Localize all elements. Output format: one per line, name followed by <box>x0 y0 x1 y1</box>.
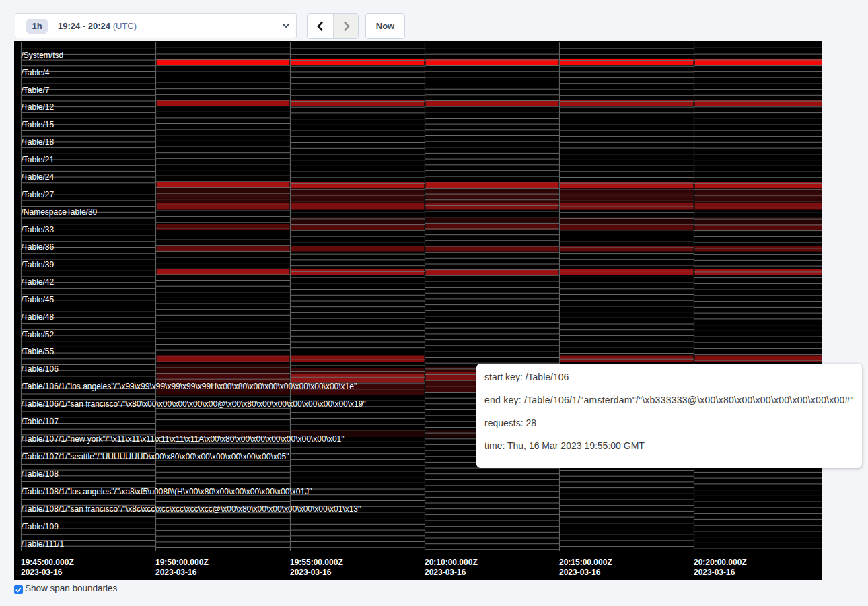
svg-text:20:10:00.000Z: 20:10:00.000Z <box>425 558 478 567</box>
svg-text:/Table/109: /Table/109 <box>22 522 59 531</box>
svg-text:/System/tsd: /System/tsd <box>22 50 64 60</box>
svg-text:/Table/24: /Table/24 <box>22 172 55 182</box>
svg-text:2023-03-16: 2023-03-16 <box>155 568 197 577</box>
svg-text:/Table/52: /Table/52 <box>22 330 55 339</box>
svg-text:2023-03-16: 2023-03-16 <box>21 568 63 577</box>
svg-text:/Table/4: /Table/4 <box>22 68 50 77</box>
svg-text:/Table/55: /Table/55 <box>22 347 55 356</box>
svg-text:20:15:00.000Z: 20:15:00.000Z <box>559 558 612 567</box>
svg-text:/Table/106/1/"san francisco"/": /Table/106/1/"san francisco"/"\x80\x00\x… <box>22 399 366 409</box>
svg-text:2023-03-16: 2023-03-16 <box>559 568 601 577</box>
svg-text:/Table/15: /Table/15 <box>22 120 55 129</box>
svg-text:20:20:00.000Z: 20:20:00.000Z <box>694 558 747 567</box>
svg-text:/Table/18: /Table/18 <box>22 137 55 147</box>
svg-text:/Table/45: /Table/45 <box>22 295 55 304</box>
svg-text:/Table/107/1/"new york"/"\x11\: /Table/107/1/"new york"/"\x11\x11\x11\x1… <box>22 434 345 444</box>
svg-text:/Table/12: /Table/12 <box>22 102 55 112</box>
svg-text:/NamespaceTable/30: /NamespaceTable/30 <box>22 207 98 217</box>
svg-text:/Table/27: /Table/27 <box>22 190 55 199</box>
svg-text:/Table/108: /Table/108 <box>22 469 59 479</box>
svg-text:/Table/108/1/"san francisco"/": /Table/108/1/"san francisco"/"\x8c\xcc\x… <box>22 504 361 514</box>
svg-text:/Table/21: /Table/21 <box>22 155 55 164</box>
svg-text:/Table/107: /Table/107 <box>22 417 59 426</box>
svg-text:2023-03-16: 2023-03-16 <box>425 568 466 577</box>
svg-text:2023-03-16: 2023-03-16 <box>694 568 735 577</box>
svg-text:19:50:00.000Z: 19:50:00.000Z <box>155 558 209 567</box>
svg-text:/Table/7: /Table/7 <box>22 86 50 95</box>
svg-text:19:45:00.000Z: 19:45:00.000Z <box>21 558 74 567</box>
svg-text:2023-03-16: 2023-03-16 <box>290 568 332 577</box>
svg-text:/Table/106: /Table/106 <box>22 364 59 374</box>
svg-text:/Table/107/1/"seattle"/"UUUUUU: /Table/107/1/"seattle"/"UUUUUUUD\x00\x80… <box>22 452 289 461</box>
svg-text:/Table/111/1: /Table/111/1 <box>22 539 65 549</box>
svg-text:/Table/48: /Table/48 <box>22 312 55 322</box>
svg-text:/Table/39: /Table/39 <box>22 260 55 269</box>
svg-text:/Table/42: /Table/42 <box>22 277 55 287</box>
svg-text:/Table/108/1/"los angeles"/"\x: /Table/108/1/"los angeles"/"\xa8\xf5\u00… <box>22 487 312 496</box>
svg-text:/Table/36: /Table/36 <box>22 242 55 252</box>
svg-text:19:55:00.000Z: 19:55:00.000Z <box>290 558 343 567</box>
svg-text:/Table/106/1/"los angeles"/"\x: /Table/106/1/"los angeles"/"\x99\x99\x99… <box>22 382 357 391</box>
svg-text:/Table/33: /Table/33 <box>22 225 55 234</box>
